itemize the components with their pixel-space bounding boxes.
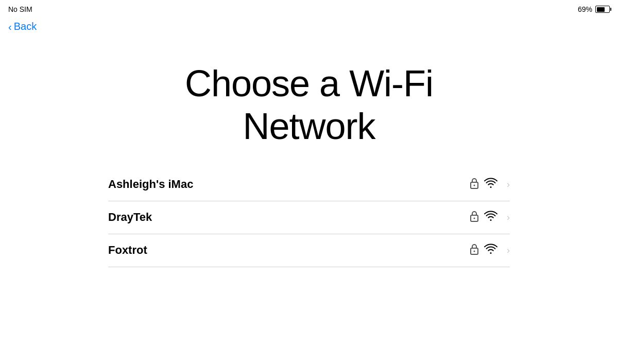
no-sim-label: No SIM [8,5,32,13]
lock-icon [470,211,479,224]
wifi-icon [484,244,497,257]
svg-point-3 [474,217,475,219]
network-icons: › [470,244,510,257]
network-item[interactable]: Foxtrot › [108,234,510,267]
page-title: Choose a Wi-Fi Network [0,62,618,148]
chevron-right-icon: › [507,245,510,256]
back-label: Back [14,21,37,32]
page-title-container: Choose a Wi-Fi Network [0,62,618,148]
wifi-icon [484,211,497,224]
chevron-right-icon: › [507,179,510,190]
network-list: Ashleigh's iMac › DrayTek [108,168,510,267]
back-chevron-icon: ‹ [8,22,12,32]
chevron-right-icon: › [507,212,510,223]
svg-point-1 [474,184,475,186]
battery-percentage: 69% [578,5,592,13]
battery-icon [595,6,610,13]
network-icons: › [470,211,510,224]
network-name: Ashleigh's iMac [108,178,470,191]
status-right: 69% [578,5,610,13]
network-icons: › [470,178,510,192]
lock-icon [470,178,479,192]
wifi-icon [484,178,497,191]
lock-icon [470,244,479,257]
network-name: DrayTek [108,211,470,224]
network-name: Foxtrot [108,244,470,257]
svg-point-5 [474,250,475,252]
network-item[interactable]: DrayTek › [108,201,510,234]
status-bar: No SIM 69% [0,0,618,16]
network-item[interactable]: Ashleigh's iMac › [108,168,510,201]
back-button[interactable]: ‹ Back [0,16,618,37]
